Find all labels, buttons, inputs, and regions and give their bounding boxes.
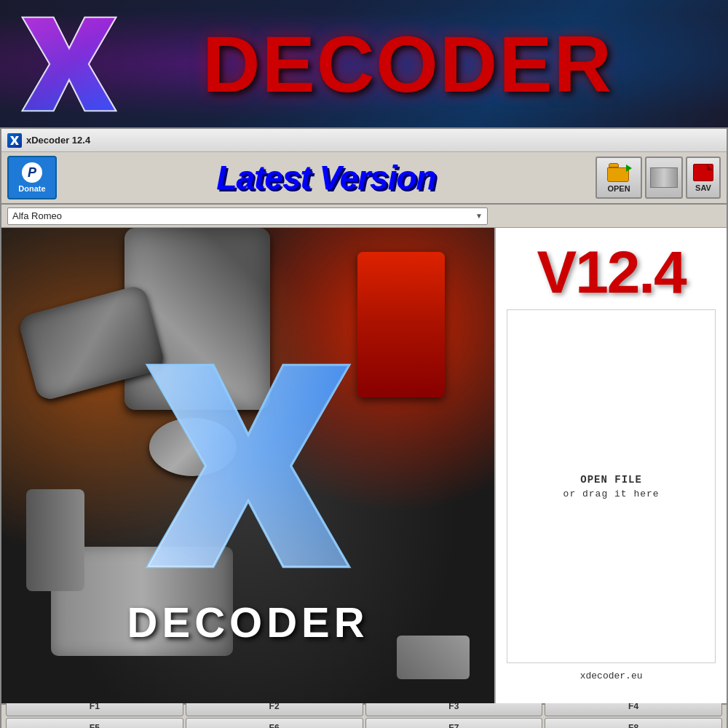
banner-x-icon (15, 0, 124, 127)
main-content: DECODER V12.4 OPEN FILE or drag it here … (1, 228, 727, 703)
toolbar-spacer-btn (645, 157, 683, 199)
title-bar: xDecoder 12.4 (1, 129, 727, 152)
toolbar: P Donate Latest Version OPEN (1, 152, 727, 205)
window-title: xDecoder 12.4 (26, 135, 90, 146)
open-button[interactable]: OPEN (596, 157, 642, 199)
drag-here-label: or drag it here (563, 488, 660, 499)
top-banner: DECODER (0, 0, 728, 127)
fkey-bar: F1 F2 F3 F4 F5 F6 F7 F8 (1, 703, 727, 728)
paypal-icon: P (22, 162, 42, 183)
open-file-label: OPEN FILE (580, 474, 642, 486)
save-button[interactable]: SAV (686, 157, 721, 199)
save-icon (693, 164, 713, 181)
svg-marker-1 (23, 17, 116, 111)
left-panel: DECODER (1, 228, 494, 703)
right-panel: V12.4 OPEN FILE or drag it here xdecoder… (494, 228, 727, 703)
x-engine-icon (132, 349, 365, 582)
website-label: xdecoder.eu (580, 670, 643, 689)
f5-button[interactable]: F5 (6, 718, 183, 728)
f7-button[interactable]: F7 (365, 718, 543, 728)
save-label: SAV (695, 183, 711, 192)
x-logo-engine-overlay (121, 339, 376, 593)
open-label: OPEN (607, 184, 630, 193)
app-window: xDecoder 12.4 P Donate Latest Version OP… (0, 127, 728, 728)
fkey-row2: F5 F6 F7 F8 (4, 718, 724, 728)
file-drop-area[interactable]: OPEN FILE or drag it here (507, 309, 716, 663)
open-folder-icon (607, 163, 630, 182)
banner-x-logo (15, 7, 124, 120)
latest-version-label: Latest Version (61, 158, 591, 197)
make-dropdown[interactable]: Alfa Romeo ▼ (7, 207, 488, 225)
donate-label: Donate (18, 184, 45, 193)
donate-button[interactable]: P Donate (7, 156, 57, 199)
toolbar-right-buttons: OPEN SAV (596, 157, 721, 199)
chevron-down-icon: ▼ (475, 212, 483, 220)
svg-marker-2 (10, 136, 19, 145)
decoder-overlay-text: DECODER (1, 598, 494, 646)
svg-marker-4 (147, 365, 349, 566)
engine-pipe (26, 489, 84, 591)
dropdown-bar: Alfa Romeo ▼ (1, 205, 727, 228)
banner-title: DECODER (202, 17, 613, 110)
f8-button[interactable]: F8 (545, 718, 722, 728)
f6-button[interactable]: F6 (186, 718, 363, 728)
app-icon (7, 133, 22, 148)
version-number: V12.4 (537, 242, 685, 302)
make-value: Alfa Romeo (12, 210, 62, 221)
